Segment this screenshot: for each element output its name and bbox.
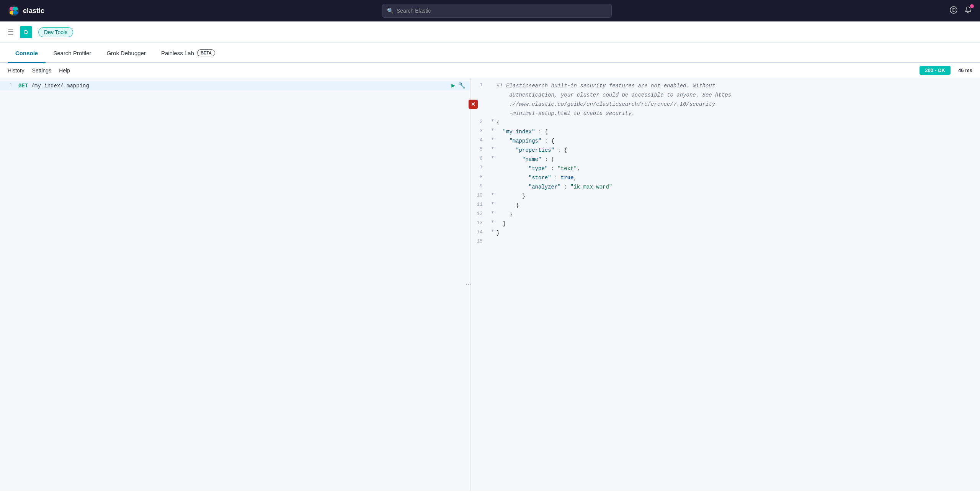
- fold-gutter-12[interactable]: ▼: [489, 210, 497, 215]
- resp-line-num-9: 9: [470, 183, 489, 189]
- response-content: 1 #! Elasticsearch built-in security fea…: [470, 78, 980, 250]
- fold-gutter-14[interactable]: ▼: [489, 229, 497, 233]
- http-method: GET: [18, 83, 28, 89]
- fold-gutter-5[interactable]: ▼: [489, 146, 497, 150]
- user-avatar[interactable]: D: [20, 26, 32, 38]
- response-line-7: 7 "type" : "text",: [470, 164, 980, 173]
- tab-painless-lab[interactable]: Painless Lab BETA: [154, 44, 223, 63]
- timing-badge: 46 ms: [958, 67, 972, 73]
- divider-handle: ⋮: [465, 281, 472, 288]
- resp-line-content-1c: ://www.elastic.co/guide/en/elasticsearch…: [497, 100, 980, 108]
- notification-badge: [970, 4, 974, 8]
- beta-badge: BETA: [197, 49, 215, 56]
- global-search-bar[interactable]: 🔍 Search Elastic: [382, 4, 612, 18]
- response-line-1b: authentication, your cluster could be ac…: [470, 90, 980, 100]
- fold-gutter-6[interactable]: ▼: [489, 155, 497, 159]
- editor-content[interactable]: 1 GET /my_index/_mapping ▶ 🔧: [0, 78, 470, 491]
- response-line-12: 12 ▼ }: [470, 210, 980, 219]
- svg-point-4: [13, 11, 18, 15]
- elastic-brand-name: elastic: [23, 7, 44, 15]
- notifications-icon-btn[interactable]: [964, 6, 972, 16]
- left-editor-pane: 1 GET /my_index/_mapping ▶ 🔧 ✕ ⋮: [0, 78, 470, 491]
- status-badge: 200 - OK: [920, 66, 951, 75]
- run-button[interactable]: ▶: [451, 82, 455, 89]
- resp-line-num-1d: [470, 109, 489, 110]
- fold-gutter-4[interactable]: ▼: [489, 137, 497, 141]
- elastic-logo[interactable]: elastic: [8, 5, 44, 17]
- resp-line-content-10: }: [497, 192, 980, 200]
- resp-line-num-7: 7: [470, 164, 489, 171]
- resp-line-num-1: 1: [470, 82, 489, 88]
- request-path: /my_index/_mapping: [28, 83, 89, 89]
- nav-icons: [949, 6, 972, 16]
- editor-area: 1 GET /my_index/_mapping ▶ 🔧 ✕ ⋮ 1: [0, 78, 980, 491]
- resp-line-content-6: "name" : {: [497, 155, 980, 164]
- response-line-13: 13 ▼ }: [470, 219, 980, 228]
- resp-line-content-9: "analyzer" : "ik_max_word": [497, 183, 980, 191]
- line-number-1: 1: [0, 82, 18, 88]
- response-line-15: 15: [470, 238, 980, 247]
- resp-line-content-7: "type" : "text",: [497, 164, 980, 173]
- resp-line-num-10: 10: [470, 192, 489, 198]
- response-line-6: 6 ▼ "name" : {: [470, 155, 980, 164]
- resp-line-num-11: 11: [470, 201, 489, 207]
- clear-button[interactable]: ✕: [469, 100, 478, 109]
- tab-bar: Console Search Profiler Grok Debugger Pa…: [0, 43, 980, 63]
- wrench-button[interactable]: 🔧: [458, 82, 466, 89]
- resp-line-content-1: #! Elasticsearch built-in security featu…: [497, 82, 980, 90]
- fold-gutter-2[interactable]: ▼: [489, 118, 497, 123]
- editor-line-1[interactable]: 1 GET /my_index/_mapping ▶ 🔧: [0, 81, 470, 90]
- resp-line-num-6: 6: [470, 155, 489, 161]
- resp-line-num-8: 8: [470, 174, 489, 180]
- resp-line-content-3: "my_index" : {: [497, 128, 980, 136]
- resp-line-num-2: 2: [470, 118, 489, 125]
- resp-line-num-13: 13: [470, 220, 489, 226]
- search-icon: 🔍: [387, 8, 394, 14]
- resp-line-num-14: 14: [470, 229, 489, 235]
- svg-point-0: [8, 5, 19, 16]
- resp-line-num-15: 15: [470, 238, 489, 244]
- svg-point-2: [13, 7, 18, 11]
- response-line-14: 14 ▼ }: [470, 228, 980, 238]
- top-nav: elastic 🔍 Search Elastic: [0, 0, 980, 21]
- resp-line-content-13: }: [497, 220, 980, 228]
- toolbar: History Settings Help 200 - OK 46 ms: [0, 63, 980, 78]
- tab-console[interactable]: Console: [8, 44, 46, 63]
- elastic-logo-icon: [8, 5, 20, 17]
- response-line-4: 4 ▼ "mappings" : {: [470, 136, 980, 146]
- resp-line-num-1b: [470, 91, 489, 91]
- resp-line-num-12: 12: [470, 210, 489, 217]
- hamburger-menu[interactable]: ☰: [8, 28, 14, 36]
- resp-line-num-3: 3: [470, 128, 489, 134]
- fold-gutter-3[interactable]: ▼: [489, 128, 497, 132]
- response-line-8: 8 "store" : true,: [470, 173, 980, 182]
- secondary-nav: ☰ D Dev Tools: [0, 21, 980, 43]
- search-placeholder: Search Elastic: [397, 8, 431, 14]
- fold-gutter-13[interactable]: ▼: [489, 220, 497, 224]
- dev-tools-button[interactable]: Dev Tools: [38, 27, 73, 37]
- alert-icon-btn[interactable]: [949, 6, 958, 16]
- resp-line-content-12: }: [497, 210, 980, 219]
- tab-grok-debugger[interactable]: Grok Debugger: [99, 44, 154, 63]
- resp-line-content-15: [497, 238, 980, 246]
- resp-line-content-5: "properties" : {: [497, 146, 980, 154]
- resp-line-content-11: }: [497, 201, 980, 210]
- line-content-1[interactable]: GET /my_index/_mapping: [18, 82, 451, 90]
- response-line-1d: -minimal-setup.html to enable security.: [470, 109, 980, 118]
- resp-line-num-4: 4: [470, 137, 489, 143]
- resp-line-content-1b: authentication, your cluster could be ac…: [497, 91, 980, 99]
- resp-line-num-5: 5: [470, 146, 489, 152]
- resp-line-content-8: "store" : true,: [497, 174, 980, 182]
- toolbar-help[interactable]: Help: [59, 67, 70, 74]
- pane-divider[interactable]: ⋮: [467, 78, 470, 491]
- toolbar-settings[interactable]: Settings: [32, 67, 52, 74]
- toolbar-history[interactable]: History: [8, 67, 24, 74]
- right-response-pane: 1 #! Elasticsearch built-in security fea…: [470, 78, 980, 491]
- tab-search-profiler[interactable]: Search Profiler: [46, 44, 99, 63]
- resp-line-content-2: {: [497, 118, 980, 127]
- fold-gutter-10[interactable]: ▼: [489, 192, 497, 196]
- fold-gutter-11[interactable]: ▼: [489, 201, 497, 205]
- response-line-10: 10 ▼ }: [470, 192, 980, 201]
- global-search-wrapper: 🔍 Search Elastic: [52, 4, 942, 18]
- response-line-11: 11 ▼ }: [470, 201, 980, 210]
